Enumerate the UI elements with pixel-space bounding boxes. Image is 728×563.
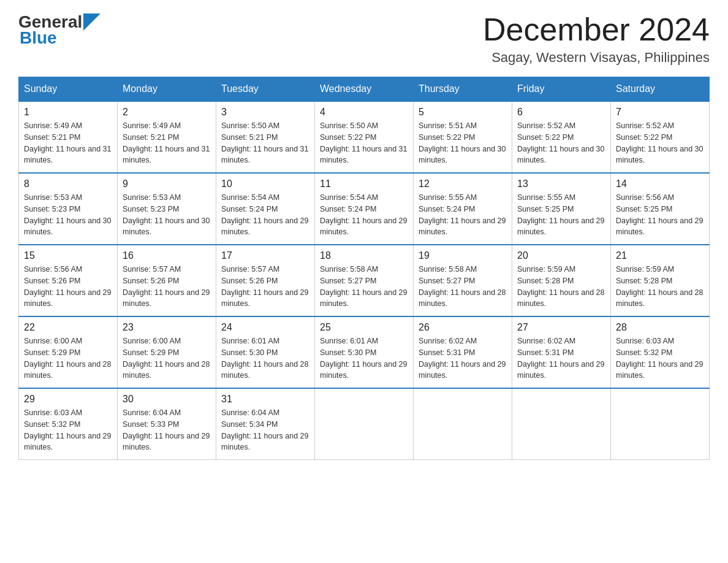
calendar-header-saturday: Saturday: [611, 77, 710, 102]
calendar-header-friday: Friday: [512, 77, 611, 102]
calendar-header-thursday: Thursday: [414, 77, 512, 102]
day-info: Sunrise: 5:57 AMSunset: 5:26 PMDaylight:…: [123, 264, 211, 310]
calendar-body: 1Sunrise: 5:49 AMSunset: 5:21 PMDaylight…: [19, 101, 710, 460]
calendar-cell: 5Sunrise: 5:51 AMSunset: 5:22 PMDaylight…: [414, 101, 512, 173]
calendar-cell: 4Sunrise: 5:50 AMSunset: 5:22 PMDaylight…: [315, 101, 414, 173]
day-info: Sunrise: 5:56 AMSunset: 5:26 PMDaylight:…: [24, 264, 112, 310]
day-info: Sunrise: 5:55 AMSunset: 5:24 PMDaylight:…: [419, 192, 507, 238]
calendar-cell: 18Sunrise: 5:58 AMSunset: 5:27 PMDayligh…: [315, 245, 414, 316]
day-info: Sunrise: 5:53 AMSunset: 5:23 PMDaylight:…: [24, 192, 112, 238]
day-number: 16: [123, 250, 211, 261]
calendar-cell: 8Sunrise: 5:53 AMSunset: 5:23 PMDaylight…: [19, 173, 118, 245]
calendar-cell: 16Sunrise: 5:57 AMSunset: 5:26 PMDayligh…: [118, 245, 216, 316]
day-info: Sunrise: 6:02 AMSunset: 5:31 PMDaylight:…: [419, 335, 507, 381]
calendar-cell: 17Sunrise: 5:57 AMSunset: 5:26 PMDayligh…: [216, 245, 315, 316]
day-info: Sunrise: 5:49 AMSunset: 5:21 PMDaylight:…: [123, 120, 211, 166]
day-number: 8: [24, 178, 112, 190]
day-number: 28: [616, 322, 704, 333]
calendar-cell: 27Sunrise: 6:02 AMSunset: 5:31 PMDayligh…: [512, 316, 611, 388]
calendar-cell: 25Sunrise: 6:01 AMSunset: 5:30 PMDayligh…: [315, 316, 414, 388]
day-info: Sunrise: 6:00 AMSunset: 5:29 PMDaylight:…: [123, 335, 211, 381]
day-info: Sunrise: 5:51 AMSunset: 5:22 PMDaylight:…: [419, 120, 507, 166]
calendar-week-row: 29Sunrise: 6:03 AMSunset: 5:32 PMDayligh…: [19, 388, 710, 460]
calendar-cell: 15Sunrise: 5:56 AMSunset: 5:26 PMDayligh…: [19, 245, 118, 316]
calendar-cell: 7Sunrise: 5:52 AMSunset: 5:22 PMDaylight…: [611, 101, 710, 173]
calendar-cell: 29Sunrise: 6:03 AMSunset: 5:32 PMDayligh…: [19, 388, 118, 460]
calendar-cell: [315, 388, 414, 460]
calendar-cell: 30Sunrise: 6:04 AMSunset: 5:33 PMDayligh…: [118, 388, 216, 460]
day-number: 13: [517, 178, 605, 190]
day-info: Sunrise: 6:01 AMSunset: 5:30 PMDaylight:…: [221, 335, 309, 381]
day-number: 1: [24, 107, 112, 118]
calendar-cell: [611, 388, 710, 460]
day-number: 20: [517, 250, 605, 261]
day-info: Sunrise: 5:54 AMSunset: 5:24 PMDaylight:…: [320, 192, 408, 238]
calendar-cell: 21Sunrise: 5:59 AMSunset: 5:28 PMDayligh…: [611, 245, 710, 316]
day-number: 2: [123, 107, 211, 118]
day-info: Sunrise: 6:04 AMSunset: 5:34 PMDaylight:…: [221, 407, 309, 453]
calendar-cell: 6Sunrise: 5:52 AMSunset: 5:22 PMDaylight…: [512, 101, 611, 173]
day-info: Sunrise: 5:53 AMSunset: 5:23 PMDaylight:…: [123, 192, 211, 238]
calendar-cell: 20Sunrise: 5:59 AMSunset: 5:28 PMDayligh…: [512, 245, 611, 316]
calendar-cell: 31Sunrise: 6:04 AMSunset: 5:34 PMDayligh…: [216, 388, 315, 460]
calendar-cell: 19Sunrise: 5:58 AMSunset: 5:27 PMDayligh…: [414, 245, 512, 316]
day-info: Sunrise: 5:58 AMSunset: 5:27 PMDaylight:…: [419, 264, 507, 310]
calendar-header-tuesday: Tuesday: [216, 77, 315, 102]
day-info: Sunrise: 6:03 AMSunset: 5:32 PMDaylight:…: [616, 335, 704, 381]
calendar-cell: 11Sunrise: 5:54 AMSunset: 5:24 PMDayligh…: [315, 173, 414, 245]
day-info: Sunrise: 6:04 AMSunset: 5:33 PMDaylight:…: [123, 407, 211, 453]
calendar-header-wednesday: Wednesday: [315, 77, 414, 102]
calendar-cell: 12Sunrise: 5:55 AMSunset: 5:24 PMDayligh…: [414, 173, 512, 245]
calendar-header-row: SundayMondayTuesdayWednesdayThursdayFrid…: [19, 77, 710, 102]
day-info: Sunrise: 6:01 AMSunset: 5:30 PMDaylight:…: [320, 335, 408, 381]
calendar-cell: 22Sunrise: 6:00 AMSunset: 5:29 PMDayligh…: [19, 316, 118, 388]
day-info: Sunrise: 6:02 AMSunset: 5:31 PMDaylight:…: [517, 335, 605, 381]
day-number: 18: [320, 250, 408, 261]
calendar-cell: 13Sunrise: 5:55 AMSunset: 5:25 PMDayligh…: [512, 173, 611, 245]
day-number: 3: [221, 107, 309, 118]
calendar-header-sunday: Sunday: [19, 77, 118, 102]
day-number: 5: [419, 107, 507, 118]
month-year-title: December 2024: [483, 12, 710, 47]
day-number: 22: [24, 322, 112, 333]
calendar-cell: 1Sunrise: 5:49 AMSunset: 5:21 PMDaylight…: [19, 101, 118, 173]
calendar-cell: 24Sunrise: 6:01 AMSunset: 5:30 PMDayligh…: [216, 316, 315, 388]
day-number: 4: [320, 107, 408, 118]
calendar-cell: 9Sunrise: 5:53 AMSunset: 5:23 PMDaylight…: [118, 173, 216, 245]
calendar-cell: 10Sunrise: 5:54 AMSunset: 5:24 PMDayligh…: [216, 173, 315, 245]
day-info: Sunrise: 5:56 AMSunset: 5:25 PMDaylight:…: [616, 192, 704, 238]
calendar-cell: [414, 388, 512, 460]
day-number: 11: [320, 178, 408, 190]
calendar-header-monday: Monday: [118, 77, 216, 102]
day-number: 27: [517, 322, 605, 333]
day-number: 14: [616, 178, 704, 190]
day-info: Sunrise: 5:52 AMSunset: 5:22 PMDaylight:…: [616, 120, 704, 166]
calendar-cell: 2Sunrise: 5:49 AMSunset: 5:21 PMDaylight…: [118, 101, 216, 173]
day-number: 25: [320, 322, 408, 333]
day-number: 23: [123, 322, 211, 333]
day-number: 15: [24, 250, 112, 261]
day-number: 6: [517, 107, 605, 118]
calendar-cell: [512, 388, 611, 460]
day-number: 10: [221, 178, 309, 190]
title-area: December 2024 Sagay, Western Visayas, Ph…: [483, 12, 710, 66]
day-info: Sunrise: 5:50 AMSunset: 5:22 PMDaylight:…: [320, 120, 408, 166]
day-number: 26: [419, 322, 507, 333]
calendar-week-row: 8Sunrise: 5:53 AMSunset: 5:23 PMDaylight…: [19, 173, 710, 245]
calendar-cell: 23Sunrise: 6:00 AMSunset: 5:29 PMDayligh…: [118, 316, 216, 388]
day-number: 12: [419, 178, 507, 190]
day-number: 9: [123, 178, 211, 190]
day-info: Sunrise: 5:52 AMSunset: 5:22 PMDaylight:…: [517, 120, 605, 166]
day-info: Sunrise: 5:55 AMSunset: 5:25 PMDaylight:…: [517, 192, 605, 238]
day-info: Sunrise: 5:54 AMSunset: 5:24 PMDaylight:…: [221, 192, 309, 238]
day-info: Sunrise: 6:03 AMSunset: 5:32 PMDaylight:…: [24, 407, 112, 453]
header: General Blue December 2024 Sagay, Wester…: [18, 12, 710, 66]
day-number: 30: [123, 394, 211, 405]
day-info: Sunrise: 5:58 AMSunset: 5:27 PMDaylight:…: [320, 264, 408, 310]
logo: General Blue: [18, 12, 100, 48]
day-number: 21: [616, 250, 704, 261]
day-number: 19: [419, 250, 507, 261]
day-number: 24: [221, 322, 309, 333]
day-number: 29: [24, 394, 112, 405]
logo-blue-text: Blue: [18, 28, 100, 48]
